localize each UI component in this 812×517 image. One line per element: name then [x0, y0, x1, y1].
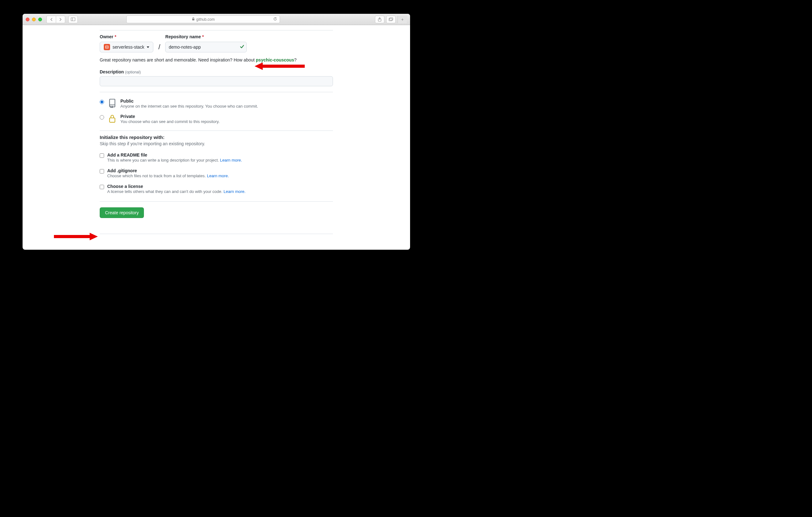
owner-label: Owner *	[100, 34, 153, 39]
description-input[interactable]	[100, 76, 333, 86]
repo-name-field: Repository name *	[165, 34, 247, 52]
toolbar-right: +	[375, 16, 407, 23]
tabs-button[interactable]	[386, 16, 396, 23]
init-subheading: Skip this step if you're importing an ex…	[100, 141, 333, 146]
required-asterisk: *	[202, 34, 204, 39]
private-radio[interactable]	[100, 115, 104, 119]
lock-icon	[108, 114, 117, 124]
svg-rect-0	[71, 18, 75, 21]
svg-rect-7	[106, 46, 109, 49]
name-suggestion-link[interactable]: psychic-couscous	[256, 57, 294, 62]
slash-separator: /	[158, 43, 160, 52]
forward-button[interactable]	[56, 16, 65, 23]
readme-title: Add a README file	[107, 153, 242, 158]
owner-value: serverless-stack	[113, 45, 144, 50]
minimize-window-button[interactable]	[32, 18, 36, 21]
divider	[100, 201, 333, 202]
owner-select-button[interactable]: serverless-stack	[100, 42, 153, 52]
repo-icon	[108, 99, 117, 109]
public-radio[interactable]	[100, 100, 104, 104]
hint-suffix: ?	[294, 57, 297, 62]
sidebar-toggle-button[interactable]	[68, 16, 78, 23]
check-icon	[240, 45, 244, 50]
public-title: Public	[120, 99, 258, 104]
visibility-private-row: Private You choose who can see and commi…	[100, 111, 333, 127]
license-checkbox[interactable]	[100, 185, 104, 189]
close-window-button[interactable]	[26, 18, 29, 21]
divider	[100, 131, 333, 131]
repo-name-label: Repository name *	[165, 34, 247, 39]
private-title: Private	[120, 114, 220, 119]
create-repository-button[interactable]: Create repository	[100, 207, 144, 218]
readme-row: Add a README file This is where you can …	[100, 151, 333, 166]
repo-name-label-text: Repository name	[165, 34, 201, 39]
gitignore-title: Add .gitignore	[107, 168, 229, 173]
readme-desc: This is where you can write a long descr…	[107, 158, 242, 163]
license-row: Choose a license A license tells others …	[100, 182, 333, 198]
description-label: Description (optional)	[100, 69, 333, 74]
caret-down-icon	[147, 47, 149, 48]
divider	[100, 92, 333, 92]
owner-field: Owner * serverless-stack	[100, 34, 153, 52]
name-hint: Great repository names are short and mem…	[100, 57, 333, 62]
nav-back-forward	[47, 16, 65, 23]
owner-avatar-icon	[104, 44, 110, 50]
gitignore-desc: Choose which files not to track from a l…	[107, 173, 229, 178]
address-text: github.com	[196, 17, 215, 22]
readme-checkbox[interactable]	[100, 154, 104, 158]
maximize-window-button[interactable]	[38, 18, 42, 21]
optional-text: (optional)	[125, 70, 141, 74]
create-repo-form: Owner * serverless-stack / Repository na…	[100, 30, 333, 234]
private-desc: You choose who can see and commit to thi…	[120, 119, 220, 124]
owner-repo-row: Owner * serverless-stack / Repository na…	[100, 34, 333, 52]
reload-icon[interactable]	[273, 17, 277, 22]
back-button[interactable]	[47, 16, 56, 23]
svg-rect-10	[109, 118, 115, 123]
page-content: Owner * serverless-stack / Repository na…	[23, 25, 410, 250]
required-asterisk: *	[114, 34, 116, 39]
lock-icon	[192, 17, 195, 21]
readme-learn-more-link[interactable]: Learn more.	[220, 158, 242, 163]
public-text: Public Anyone on the internet can see th…	[120, 99, 258, 109]
repo-name-input[interactable]	[165, 42, 247, 52]
browser-titlebar: github.com +	[23, 14, 410, 25]
license-desc: A license tells others what they can and…	[107, 189, 245, 194]
license-learn-more-link[interactable]: Learn more.	[224, 189, 245, 194]
description-label-text: Description	[100, 69, 124, 74]
private-text: Private You choose who can see and commi…	[120, 114, 220, 124]
visibility-public-row: Public Anyone on the internet can see th…	[100, 96, 333, 111]
hint-prefix: Great repository names are short and mem…	[100, 57, 256, 62]
window-controls	[26, 18, 42, 21]
divider	[100, 30, 333, 30]
svg-rect-6	[390, 18, 393, 20]
gitignore-row: Add .gitignore Choose which files not to…	[100, 166, 333, 182]
svg-rect-2	[192, 19, 194, 21]
gitignore-learn-more-link[interactable]: Learn more.	[207, 173, 229, 178]
init-heading: Initialize this repository with:	[100, 135, 333, 140]
gitignore-checkbox[interactable]	[100, 169, 104, 173]
address-bar[interactable]: github.com	[126, 16, 280, 23]
new-tab-button[interactable]: +	[398, 16, 407, 23]
share-button[interactable]	[375, 16, 384, 23]
public-desc: Anyone on the internet can see this repo…	[120, 104, 258, 109]
license-title: Choose a license	[107, 184, 245, 189]
svg-rect-5	[389, 18, 392, 21]
safari-window: github.com + Owner *	[23, 14, 410, 250]
owner-label-text: Owner	[100, 34, 114, 39]
